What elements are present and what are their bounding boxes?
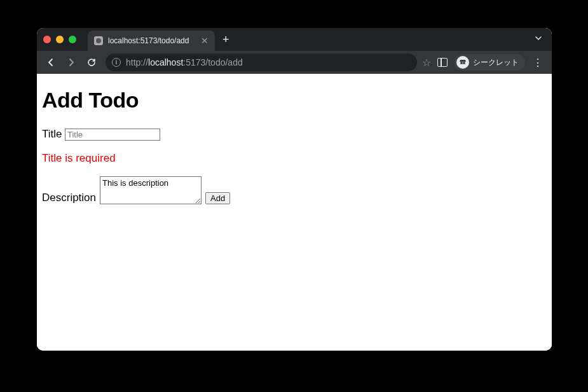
browser-menu-button[interactable]: ⋮ — [529, 57, 547, 69]
title-field-row: Title — [42, 128, 547, 141]
browser-tab[interactable]: localhost:5173/todo/add ✕ — [88, 31, 215, 51]
minimize-window-button[interactable] — [56, 36, 64, 43]
back-button[interactable] — [42, 53, 60, 71]
close-tab-button[interactable]: ✕ — [201, 36, 209, 45]
description-label: Description — [42, 192, 96, 204]
bookmark-star-icon[interactable]: ☆ — [422, 57, 431, 69]
url-text: http://localhost:5173/todo/add — [126, 57, 243, 67]
tabs-overflow-button[interactable] — [534, 34, 543, 45]
new-tab-button[interactable]: + — [222, 34, 229, 45]
side-panel-icon[interactable] — [437, 58, 448, 67]
close-window-button[interactable] — [43, 36, 51, 43]
browser-window: localhost:5173/todo/add ✕ + i http://loc… — [37, 28, 552, 351]
description-field-row: Description Add — [42, 176, 547, 204]
page-content: Add Todo Title Title is required Descrip… — [37, 74, 552, 351]
description-textarea[interactable] — [100, 176, 202, 204]
svg-point-0 — [96, 38, 101, 43]
page-title: Add Todo — [42, 88, 547, 113]
url-field[interactable]: i http://localhost:5173/todo/add — [106, 53, 417, 71]
tab-title: localhost:5173/todo/add — [108, 36, 196, 45]
title-input[interactable] — [65, 129, 160, 141]
reload-button[interactable] — [83, 53, 100, 71]
incognito-label: シークレット — [473, 57, 519, 68]
incognito-icon — [456, 56, 469, 69]
incognito-badge[interactable]: シークレット — [454, 54, 525, 71]
favicon-icon — [94, 36, 103, 45]
title-error-message: Title is required — [42, 152, 547, 165]
site-info-icon[interactable]: i — [112, 58, 121, 67]
maximize-window-button[interactable] — [69, 36, 76, 43]
title-label: Title — [42, 128, 62, 140]
add-button[interactable]: Add — [205, 192, 230, 204]
window-controls — [43, 36, 76, 43]
forward-button[interactable] — [62, 53, 80, 71]
address-bar: i http://localhost:5173/todo/add ☆ シークレッ… — [37, 51, 552, 74]
tab-bar: localhost:5173/todo/add ✕ + — [37, 28, 552, 51]
